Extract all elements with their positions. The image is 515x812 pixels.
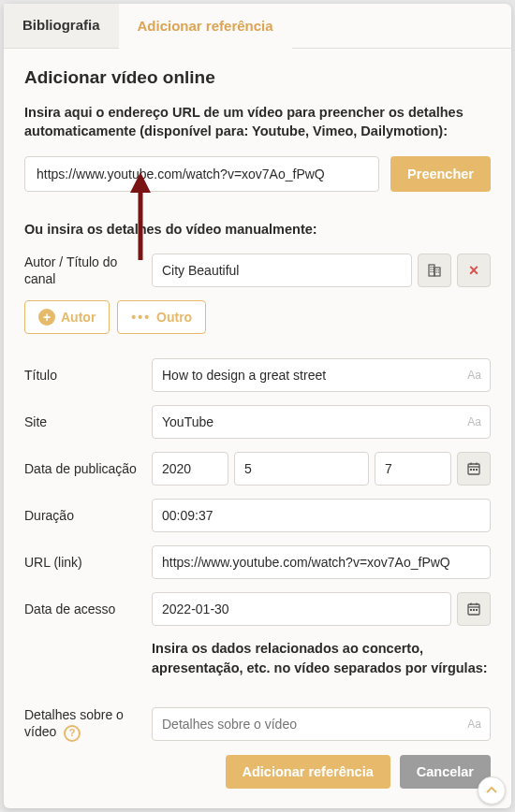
row-details: Detalhes sobre o vídeo ? Aa [24,706,491,741]
add-author-label: Autor [61,310,96,325]
svg-rect-2 [431,267,432,268]
concert-instruction: Insira os dados relacionados ao concerto… [152,639,491,678]
plus-icon: + [38,309,55,326]
pub-day-input[interactable] [375,452,451,486]
svg-rect-6 [431,271,432,272]
calendar-icon [466,602,481,616]
svg-rect-11 [438,272,439,273]
pub-year-input[interactable] [152,452,228,486]
org-author-button[interactable] [418,254,451,287]
chevron-up-icon [485,784,498,797]
label-site: Site [24,413,142,430]
svg-rect-23 [470,609,472,611]
cancel-button[interactable]: Cancelar [400,755,491,789]
author-input[interactable] [152,254,412,287]
author-buttons: + Autor ••• Outro [24,300,491,334]
tab-bibliography[interactable]: Bibliografia [4,4,119,48]
scroll-top-button[interactable] [478,776,506,805]
duration-input[interactable] [152,499,491,532]
svg-rect-9 [438,269,439,270]
pub-date-picker-button[interactable] [457,452,491,486]
calendar-icon [466,461,481,476]
label-duration: Duração [24,507,142,524]
svg-rect-0 [429,265,434,276]
row-access-date: Data de acesso [24,592,491,626]
svg-rect-24 [473,609,475,611]
row-duration: Duração [24,499,491,532]
access-date-input[interactable] [152,592,451,626]
url-row: Preencher [24,156,491,192]
tab-bar: Bibliografia Adicionar referência [4,4,511,49]
svg-rect-16 [470,469,472,471]
svg-rect-4 [431,269,432,270]
submit-button[interactable]: Adicionar referência [226,755,390,789]
svg-rect-25 [476,609,478,611]
label-title: Título [24,367,142,384]
video-url-input[interactable] [24,156,379,192]
dialog-footer: Adicionar referência Cancelar [24,755,491,789]
svg-rect-3 [433,267,434,268]
title-input[interactable] [152,358,491,392]
svg-rect-7 [433,271,434,272]
row-title: Título Aa [24,358,491,392]
row-pub-date: Data de publicação [24,452,491,486]
label-url: URL (link) [24,554,142,571]
content-area: Adicionar vídeo online Insira aqui o end… [4,49,511,808]
svg-rect-5 [433,269,434,270]
dots-icon: ••• [131,310,151,325]
label-author: Autor / Título do canal [24,254,142,287]
building-icon [427,263,442,278]
url-input[interactable] [152,545,491,579]
remove-author-button[interactable]: × [457,254,491,287]
site-input[interactable] [152,405,491,439]
row-url: URL (link) [24,545,491,579]
fill-button[interactable]: Preencher [390,156,491,192]
page-title: Adicionar vídeo online [24,67,491,88]
label-details: Detalhes sobre o vídeo ? [24,706,142,741]
close-icon: × [469,261,479,281]
url-instruction: Insira aqui o endereço URL de um vídeo p… [24,103,491,141]
row-site: Site Aa [24,405,491,439]
svg-rect-10 [436,272,437,273]
svg-rect-8 [436,269,437,270]
add-author-button[interactable]: + Autor [24,300,110,334]
help-icon[interactable]: ? [64,725,81,742]
tab-add-reference[interactable]: Adicionar referência [119,5,292,49]
row-author: Autor / Título do canal × [24,254,491,287]
manual-instruction: Ou insira os detalhes do vídeo manualmen… [24,220,491,239]
access-date-picker-button[interactable] [457,592,491,626]
other-button[interactable]: ••• Outro [117,300,206,334]
label-access-date: Data de acesso [24,601,142,617]
dialog: Bibliografia Adicionar referência Adicio… [4,4,511,808]
svg-rect-17 [473,469,475,471]
svg-rect-1 [434,268,440,276]
pub-month-input[interactable] [234,452,369,486]
row-concert-msg: Insira os dados relacionados ao concerto… [24,639,491,693]
details-input[interactable] [152,707,491,741]
svg-rect-18 [476,469,478,471]
label-pub-date: Data de publicação [24,460,142,477]
other-label: Outro [156,310,192,325]
